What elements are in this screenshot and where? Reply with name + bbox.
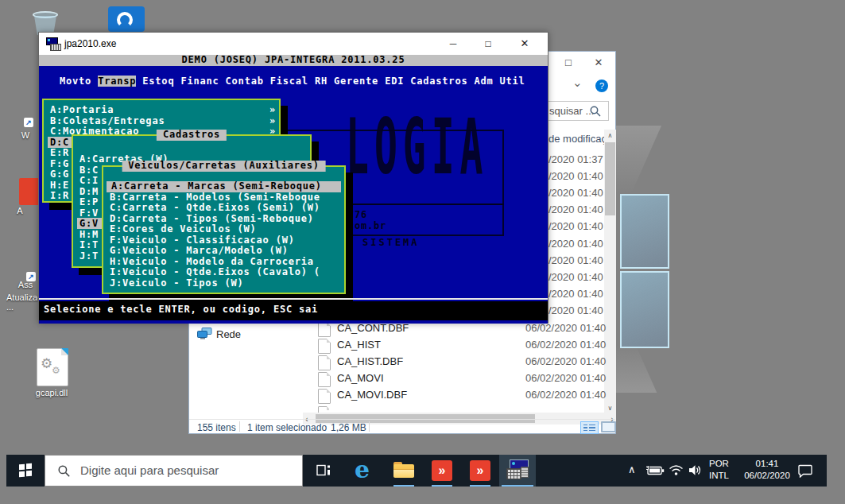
menu-item[interactable]: J:Veiculo - Tipos (W): [110, 278, 244, 289]
language-indicator[interactable]: POR INTL: [709, 458, 729, 482]
table-row[interactable]: CA_HIST.DBF 06/02/2020 01:40: [303, 355, 616, 371]
action-center-icon[interactable]: [798, 464, 813, 478]
red-app-taskbar-icon[interactable]: »: [424, 455, 459, 487]
file-icon: [318, 355, 331, 370]
language-line1: POR: [709, 458, 729, 470]
dos-app-taskbar-icon-active[interactable]: [499, 455, 536, 487]
wifi-icon[interactable]: [669, 464, 684, 476]
menu-title: Cadastros: [157, 130, 227, 141]
table-row[interactable]: CA_MOVI.DBF 06/02/2020 01:40: [303, 388, 616, 405]
menu-item[interactable]: I:T: [79, 240, 99, 251]
table-row[interactable]: CA_CONT.DBF 06/02/2020 01:40: [303, 321, 616, 338]
menubar-item[interactable]: Cadastros: [410, 76, 467, 87]
menu-item[interactable]: G:G: [50, 169, 69, 180]
file-date-fragment: /2020 01:40: [548, 304, 603, 316]
menubar-item-active[interactable]: Transp: [98, 76, 136, 87]
desktop-icon-label-gcapi[interactable]: gcapi.dll: [24, 388, 79, 397]
close-button[interactable]: ✕: [583, 52, 614, 74]
red-app-taskbar-icon[interactable]: »: [463, 455, 498, 487]
gcapi-dll-icon[interactable]: ⚙ ⚙: [37, 348, 68, 386]
search-icon: [57, 464, 71, 478]
edge-taskbar-icon[interactable]: e: [347, 455, 382, 487]
submenu-arrow-icon: »: [269, 105, 276, 116]
menu-veiculos-carretas: Veiculos/Carretas (Auxiliares) A:Carreta…: [102, 165, 346, 294]
menubar-item[interactable]: EDI: [385, 76, 404, 87]
speaker-icon[interactable]: [688, 464, 703, 476]
menubar-item[interactable]: Adm: [474, 76, 493, 87]
menubar-item[interactable]: Estoq: [142, 76, 174, 87]
menubar-item[interactable]: Fiscal: [270, 76, 308, 87]
table-row[interactable]: CA_MOVI 06/02/2020 01:40: [303, 371, 616, 388]
maximize-button[interactable]: □: [553, 52, 583, 74]
page-fold: [61, 348, 68, 355]
file-explorer-taskbar-icon[interactable]: [386, 455, 421, 487]
running-indicator: [502, 485, 533, 487]
menubar-item[interactable]: Movto: [60, 76, 91, 87]
thumbnail-view-button[interactable]: [601, 421, 616, 432]
menu-item-highlighted[interactable]: A:Carreta - Marcas (Semi-Reboque): [107, 181, 341, 192]
menu-item-highlighted[interactable]: G:V: [77, 219, 103, 230]
menu-item[interactable]: I:R: [50, 191, 69, 202]
menubar-item[interactable]: Contab: [226, 76, 264, 87]
red-app-tile: »: [432, 460, 452, 481]
wallpaper-logo-pane-bottom: [620, 271, 669, 348]
task-view-icon: [316, 463, 331, 478]
file-name: CA_HIST: [337, 339, 381, 351]
edge-logo: e: [355, 456, 370, 483]
menubar-item[interactable]: Financ: [180, 76, 219, 87]
file-icon: [318, 339, 331, 354]
vertical-scrollbar-thumb[interactable]: [605, 142, 615, 215]
logo-info-line3: SISTEMA: [362, 238, 420, 249]
column-header-date-modified[interactable]: de modificaçã: [548, 133, 612, 145]
menu-item[interactable]: E:P: [79, 197, 99, 208]
thumbnail-view-glyph: [603, 423, 614, 431]
file-date-fragment: /2020 01:40: [548, 288, 603, 300]
details-view-button[interactable]: [580, 421, 599, 434]
start-button[interactable]: [6, 455, 45, 487]
dos-titlebar[interactable]: jpa2010.exe ─ □ ✕: [39, 33, 548, 55]
menubar-item[interactable]: Gerente: [334, 76, 378, 87]
file-icon: [318, 406, 329, 413]
start-logo-pane: [19, 464, 25, 471]
sidebar-item-label: Rede: [216, 328, 241, 340]
menubar-item[interactable]: RH: [315, 76, 328, 87]
clock[interactable]: 01:41 06/02/2020: [738, 458, 797, 482]
status-divider: [369, 421, 370, 432]
browser-desktop-icon[interactable]: [108, 6, 145, 32]
language-line2: INTL: [709, 470, 729, 482]
dos-icon-dot: [512, 462, 515, 465]
tray-expand-chevron-icon[interactable]: ∧: [628, 463, 636, 475]
help-icon[interactable]: ?: [595, 79, 608, 92]
dos-icon-keyboard: [50, 44, 61, 51]
menubar-item[interactable]: Util: [500, 76, 525, 87]
status-divider: [239, 421, 240, 432]
task-view-button[interactable]: [308, 455, 340, 487]
table-row[interactable]: CA_HIST 06/02/2020 01:40: [303, 338, 616, 355]
menu-item[interactable]: J:T: [79, 251, 99, 262]
explorer-status-bar: 155 itens 1 item selecionado 1,26 MB: [189, 419, 615, 434]
file-date-fragment: /2020 01:40: [548, 271, 603, 283]
minimize-button[interactable]: ─: [436, 33, 470, 55]
sidebar-item-rede[interactable]: Rede: [197, 327, 293, 343]
menu-item[interactable]: E:Cores de Veiculos (W): [110, 224, 257, 235]
menu-item[interactable]: C:Carreta - Qtde.Eixos (Semi) (W): [110, 203, 320, 214]
menu-item[interactable]: C:I: [79, 176, 99, 187]
dos-icon-panel: [521, 467, 529, 478]
menu-item[interactable]: E:R: [50, 148, 69, 159]
menu-item[interactable]: I:Veiculo - Qtde.Eixos (Cavalo) (: [110, 267, 320, 278]
dos-icon-dot: [48, 39, 50, 41]
menu-item[interactable]: G:Veiculo - Marca/Modelo (W): [110, 246, 289, 257]
taskbar-search-placeholder: Digite aqui para pesquisar: [80, 463, 219, 477]
gear-icon: ⚙: [41, 355, 52, 371]
maximize-button[interactable]: □: [471, 33, 505, 55]
ribbon-collapse-icon[interactable]: ⌄: [572, 76, 583, 90]
network-icon: [197, 328, 212, 340]
close-button[interactable]: ✕: [508, 33, 541, 55]
battery-icon[interactable]: [645, 465, 665, 476]
desktop-icon-label-a[interactable]: A: [8, 206, 32, 215]
taskbar-search-input[interactable]: Digite aqui para pesquisar: [45, 455, 303, 487]
scroll-down-icon[interactable]: ∨: [604, 405, 616, 412]
start-logo-pane: [26, 463, 32, 470]
search-placeholder: squisar ...: [549, 105, 594, 117]
scroll-up-icon[interactable]: ∧: [604, 132, 616, 139]
